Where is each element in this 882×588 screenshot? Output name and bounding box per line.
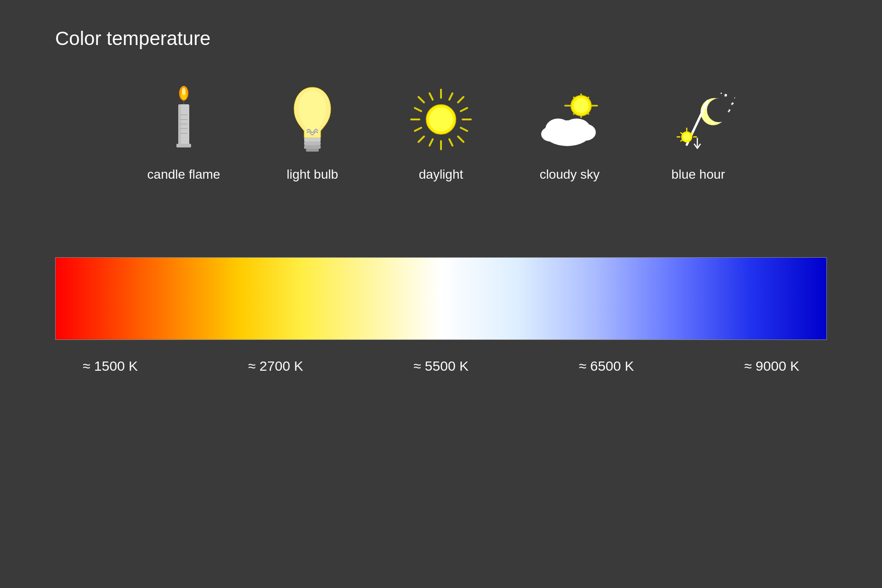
svg-rect-15 [306, 149, 319, 152]
svg-rect-5 [178, 104, 181, 146]
svg-point-43 [574, 98, 588, 113]
color-temperature-bar [55, 257, 827, 340]
svg-point-2 [182, 88, 186, 95]
svg-line-27 [449, 139, 452, 146]
svg-line-20 [418, 97, 424, 102]
svg-rect-13 [304, 141, 321, 145]
temp-label-6500: ≈ 6500 K [560, 358, 652, 374]
blue-hour-icon: ★ ★ ★ [662, 83, 735, 156]
svg-rect-12 [304, 138, 321, 141]
svg-point-53 [735, 97, 735, 99]
light-bulb-item: light bulb [248, 83, 377, 182]
daylight-label: daylight [419, 167, 464, 182]
svg-line-31 [430, 139, 433, 146]
svg-line-30 [449, 93, 452, 100]
svg-line-22 [458, 97, 464, 102]
daylight-item: daylight [377, 83, 505, 182]
svg-line-23 [418, 136, 424, 142]
cloudy-sky-icon [533, 83, 606, 156]
svg-point-48 [541, 127, 560, 141]
light-bulb-label: light bulb [287, 167, 338, 182]
candle-flame-icon [147, 83, 220, 156]
cloudy-sky-label: cloudy sky [540, 167, 600, 182]
svg-point-33 [429, 107, 453, 131]
svg-text:★: ★ [727, 110, 730, 113]
temp-labels: ≈ 1500 K ≈ 2700 K ≈ 5500 K ≈ 6500 K ≈ 90… [55, 358, 827, 374]
temp-label-9000: ≈ 9000 K [726, 358, 818, 374]
temp-label-5500: ≈ 5500 K [395, 358, 487, 374]
svg-rect-14 [304, 145, 321, 149]
svg-line-28 [461, 108, 467, 111]
candle-flame-label: candle flame [147, 167, 220, 182]
svg-line-26 [430, 93, 433, 100]
svg-point-65 [683, 133, 690, 141]
svg-line-25 [461, 128, 467, 131]
svg-text:★: ★ [730, 102, 734, 106]
svg-line-24 [415, 108, 421, 111]
cloudy-sky-item: cloudy sky [505, 83, 634, 182]
light-bulb-icon [276, 83, 349, 156]
blue-hour-item: ★ ★ ★ [634, 83, 763, 182]
temp-label-2700: ≈ 2700 K [230, 358, 322, 374]
daylight-icon [404, 83, 478, 156]
blue-hour-label: blue hour [672, 167, 725, 182]
page-title: Color temperature [55, 28, 210, 50]
candle-flame-item: candle flame [119, 83, 248, 182]
svg-line-21 [458, 136, 464, 142]
temp-bar-container: ≈ 1500 K ≈ 2700 K ≈ 5500 K ≈ 6500 K ≈ 90… [55, 257, 827, 374]
icons-row: candle flame light bulb [0, 83, 882, 182]
svg-line-29 [415, 128, 421, 131]
svg-rect-6 [176, 144, 191, 147]
svg-text:★: ★ [724, 93, 728, 98]
svg-point-52 [721, 93, 722, 94]
svg-point-47 [576, 124, 596, 141]
temp-label-1500: ≈ 1500 K [64, 358, 156, 374]
